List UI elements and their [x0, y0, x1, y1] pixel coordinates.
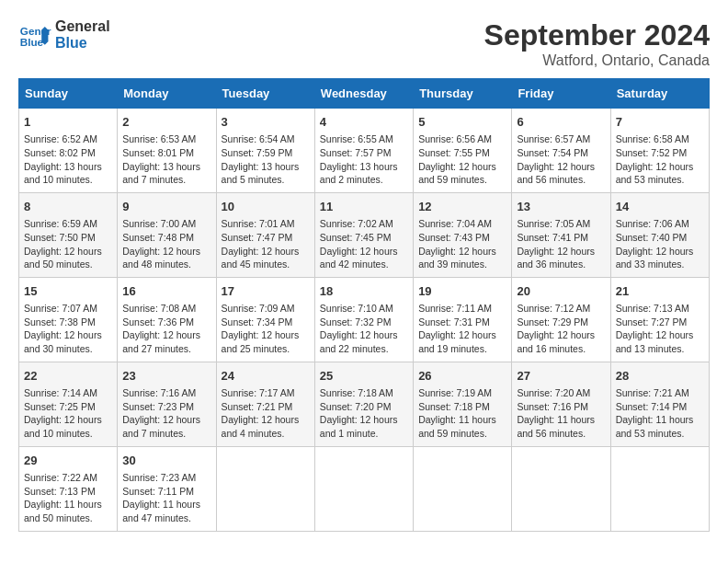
calendar-cell: 13Sunrise: 7:05 AM Sunset: 7:41 PM Dayli… [512, 192, 610, 277]
calendar-cell: 29Sunrise: 7:22 AM Sunset: 7:13 PM Dayli… [19, 446, 118, 531]
calendar-week-row: 29Sunrise: 7:22 AM Sunset: 7:13 PM Dayli… [19, 446, 710, 531]
day-number: 18 [320, 283, 408, 300]
day-info: Sunrise: 7:13 AM Sunset: 7:27 PM Dayligh… [616, 302, 704, 356]
calendar-cell: 5Sunrise: 6:56 AM Sunset: 7:55 PM Daylig… [414, 109, 512, 193]
weekday-header-tuesday: Tuesday [216, 79, 314, 109]
calendar-cell: 15Sunrise: 7:07 AM Sunset: 7:38 PM Dayli… [19, 277, 118, 362]
day-info: Sunrise: 7:10 AM Sunset: 7:32 PM Dayligh… [320, 302, 408, 356]
day-number: 15 [24, 283, 112, 300]
day-info: Sunrise: 7:02 AM Sunset: 7:45 PM Dayligh… [320, 217, 408, 271]
title-block: September 2024 Watford, Ontario, Canada [484, 18, 710, 69]
weekday-header-friday: Friday [512, 79, 610, 109]
calendar-cell: 12Sunrise: 7:04 AM Sunset: 7:43 PM Dayli… [414, 192, 512, 277]
calendar-header: SundayMondayTuesdayWednesdayThursdayFrid… [19, 79, 710, 109]
calendar-table: SundayMondayTuesdayWednesdayThursdayFrid… [18, 78, 710, 532]
day-info: Sunrise: 7:12 AM Sunset: 7:29 PM Dayligh… [517, 302, 605, 356]
day-number: 8 [24, 199, 112, 215]
day-info: Sunrise: 7:23 AM Sunset: 7:11 PM Dayligh… [122, 471, 210, 525]
calendar-cell: 3Sunrise: 6:54 AM Sunset: 7:59 PM Daylig… [216, 109, 314, 193]
day-number: 12 [418, 199, 506, 215]
day-number: 29 [24, 453, 112, 469]
logo-line2: Blue [55, 35, 110, 52]
calendar-cell: 11Sunrise: 7:02 AM Sunset: 7:45 PM Dayli… [314, 192, 413, 277]
day-number: 17 [222, 283, 310, 300]
calendar-cell: 24Sunrise: 7:17 AM Sunset: 7:21 PM Dayli… [216, 362, 314, 446]
day-info: Sunrise: 7:19 AM Sunset: 7:18 PM Dayligh… [418, 386, 506, 441]
day-number: 6 [517, 114, 605, 131]
calendar-cell: 18Sunrise: 7:10 AM Sunset: 7:32 PM Dayli… [314, 277, 413, 362]
calendar-cell: 30Sunrise: 7:23 AM Sunset: 7:11 PM Dayli… [118, 446, 216, 531]
logo-icon: General Blue [18, 18, 51, 52]
calendar-cell: 26Sunrise: 7:19 AM Sunset: 7:18 PM Dayli… [414, 362, 512, 446]
logo: General Blue General Blue [18, 18, 110, 52]
calendar-cell: 8Sunrise: 6:59 AM Sunset: 7:50 PM Daylig… [19, 192, 118, 277]
day-info: Sunrise: 7:22 AM Sunset: 7:13 PM Dayligh… [24, 471, 112, 525]
day-number: 25 [320, 368, 408, 385]
day-info: Sunrise: 7:08 AM Sunset: 7:36 PM Dayligh… [122, 302, 210, 356]
day-info: Sunrise: 6:54 AM Sunset: 7:59 PM Dayligh… [222, 132, 310, 187]
weekday-header-row: SundayMondayTuesdayWednesdayThursdayFrid… [19, 79, 710, 109]
day-info: Sunrise: 7:05 AM Sunset: 7:41 PM Dayligh… [517, 217, 605, 271]
weekday-header-saturday: Saturday [610, 79, 709, 109]
day-number: 2 [122, 114, 210, 131]
day-info: Sunrise: 7:09 AM Sunset: 7:34 PM Dayligh… [222, 302, 310, 356]
calendar-cell: 10Sunrise: 7:01 AM Sunset: 7:47 PM Dayli… [216, 192, 314, 277]
calendar-cell: 20Sunrise: 7:12 AM Sunset: 7:29 PM Dayli… [512, 277, 610, 362]
calendar-cell: 28Sunrise: 7:21 AM Sunset: 7:14 PM Dayli… [610, 362, 709, 446]
calendar-cell: 7Sunrise: 6:58 AM Sunset: 7:52 PM Daylig… [610, 109, 709, 193]
day-info: Sunrise: 7:01 AM Sunset: 7:47 PM Dayligh… [222, 217, 310, 271]
calendar-cell: 25Sunrise: 7:18 AM Sunset: 7:20 PM Dayli… [314, 362, 413, 446]
weekday-header-thursday: Thursday [414, 79, 512, 109]
day-number: 30 [122, 453, 210, 469]
calendar-cell: 1Sunrise: 6:52 AM Sunset: 8:02 PM Daylig… [19, 109, 118, 193]
day-number: 5 [418, 114, 506, 131]
day-info: Sunrise: 6:56 AM Sunset: 7:55 PM Dayligh… [418, 132, 506, 187]
day-number: 7 [616, 114, 704, 131]
day-number: 23 [122, 368, 210, 385]
calendar-cell: 27Sunrise: 7:20 AM Sunset: 7:16 PM Dayli… [512, 362, 610, 446]
day-info: Sunrise: 7:20 AM Sunset: 7:16 PM Dayligh… [517, 386, 605, 441]
calendar-body: 1Sunrise: 6:52 AM Sunset: 8:02 PM Daylig… [19, 109, 710, 532]
day-number: 9 [122, 199, 210, 215]
calendar-cell [414, 446, 512, 531]
day-number: 20 [517, 283, 605, 300]
day-info: Sunrise: 7:21 AM Sunset: 7:14 PM Dayligh… [616, 386, 704, 441]
day-number: 11 [320, 199, 408, 215]
day-info: Sunrise: 7:11 AM Sunset: 7:31 PM Dayligh… [418, 302, 506, 356]
calendar-cell [314, 446, 413, 531]
day-number: 10 [222, 199, 310, 215]
calendar-cell: 23Sunrise: 7:16 AM Sunset: 7:23 PM Dayli… [118, 362, 216, 446]
day-info: Sunrise: 7:07 AM Sunset: 7:38 PM Dayligh… [24, 302, 112, 356]
day-number: 28 [616, 368, 704, 385]
day-info: Sunrise: 6:59 AM Sunset: 7:50 PM Dayligh… [24, 217, 112, 271]
weekday-header-monday: Monday [118, 79, 216, 109]
day-info: Sunrise: 7:16 AM Sunset: 7:23 PM Dayligh… [122, 386, 210, 441]
weekday-header-sunday: Sunday [19, 79, 118, 109]
day-number: 1 [24, 114, 112, 131]
day-info: Sunrise: 7:17 AM Sunset: 7:21 PM Dayligh… [222, 386, 310, 441]
day-number: 19 [418, 283, 506, 300]
calendar-cell: 2Sunrise: 6:53 AM Sunset: 8:01 PM Daylig… [118, 109, 216, 193]
calendar-cell [512, 446, 610, 531]
day-number: 16 [122, 283, 210, 300]
day-number: 14 [616, 199, 704, 215]
day-info: Sunrise: 6:58 AM Sunset: 7:52 PM Dayligh… [616, 132, 704, 187]
day-info: Sunrise: 7:06 AM Sunset: 7:40 PM Dayligh… [616, 217, 704, 271]
calendar-cell [216, 446, 314, 531]
location: Watford, Ontario, Canada [484, 52, 710, 69]
calendar-week-row: 1Sunrise: 6:52 AM Sunset: 8:02 PM Daylig… [19, 109, 710, 193]
day-info: Sunrise: 6:55 AM Sunset: 7:57 PM Dayligh… [320, 132, 408, 187]
month-title: September 2024 [484, 18, 710, 52]
page-header: General Blue General Blue September 2024… [18, 18, 710, 69]
day-number: 3 [222, 114, 310, 131]
day-number: 26 [418, 368, 506, 385]
day-info: Sunrise: 7:14 AM Sunset: 7:25 PM Dayligh… [24, 386, 112, 441]
calendar-cell: 9Sunrise: 7:00 AM Sunset: 7:48 PM Daylig… [118, 192, 216, 277]
day-number: 21 [616, 283, 704, 300]
day-info: Sunrise: 6:57 AM Sunset: 7:54 PM Dayligh… [517, 132, 605, 187]
day-number: 22 [24, 368, 112, 385]
calendar-week-row: 15Sunrise: 7:07 AM Sunset: 7:38 PM Dayli… [19, 277, 710, 362]
calendar-cell: 14Sunrise: 7:06 AM Sunset: 7:40 PM Dayli… [610, 192, 709, 277]
calendar-cell: 21Sunrise: 7:13 AM Sunset: 7:27 PM Dayli… [610, 277, 709, 362]
calendar-cell: 4Sunrise: 6:55 AM Sunset: 7:57 PM Daylig… [314, 109, 413, 193]
